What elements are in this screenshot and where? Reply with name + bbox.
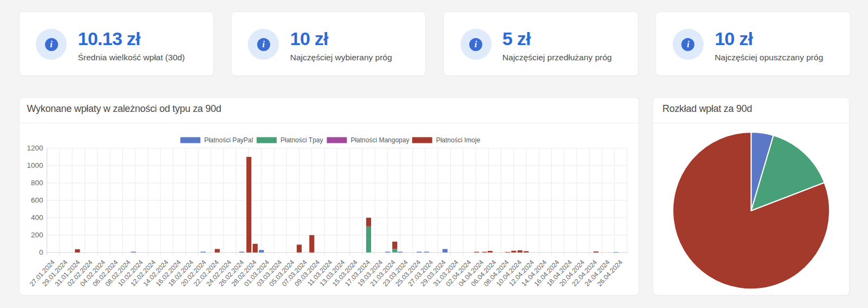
svg-text:Płatności PayPal: Płatności PayPal <box>204 136 253 144</box>
svg-text:Płatności Tpay: Płatności Tpay <box>280 136 323 144</box>
svg-text:200: 200 <box>30 231 43 239</box>
svg-text:1200: 1200 <box>27 144 43 152</box>
svg-text:Płatności Imoje: Płatności Imoje <box>436 136 480 144</box>
svg-text:0: 0 <box>39 248 43 256</box>
svg-text:Płatności Mangopay: Płatności Mangopay <box>350 136 409 144</box>
svg-text:800: 800 <box>30 179 43 187</box>
svg-text:1000: 1000 <box>27 161 43 169</box>
svg-text:600: 600 <box>30 196 43 204</box>
svg-text:400: 400 <box>30 213 43 222</box>
